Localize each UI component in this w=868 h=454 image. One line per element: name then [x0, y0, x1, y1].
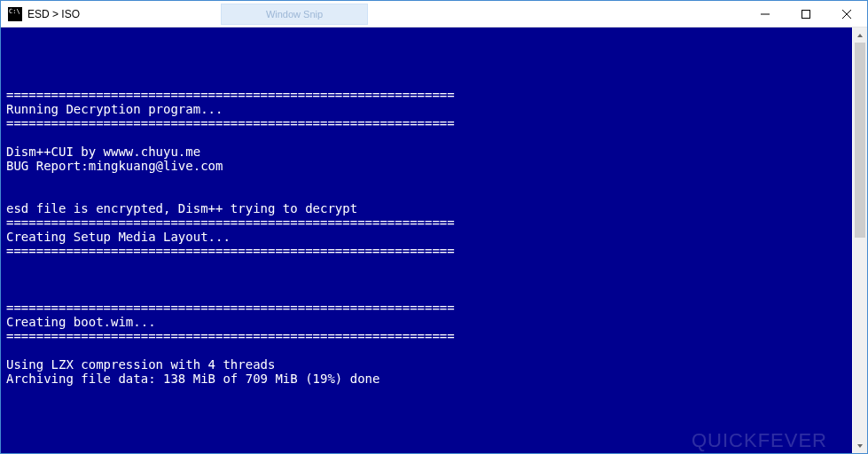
console-line	[6, 343, 847, 357]
console-line: Dism++CUI by wwww.chuyu.me	[6, 145, 847, 159]
vertical-scrollbar[interactable]	[852, 27, 867, 453]
console-line: esd file is encrypted, Dism++ trying to …	[6, 201, 847, 215]
console-line: BUG Report:mingkuang@live.com	[6, 159, 847, 173]
watermark-bold: FEVER	[758, 429, 827, 451]
console-line: ========================================…	[6, 329, 847, 343]
window-controls	[745, 1, 867, 27]
console-line: Using LZX compression with 4 threads	[6, 357, 847, 372]
minimize-button[interactable]	[745, 1, 786, 27]
console-output: ========================================…	[1, 27, 852, 453]
console-line	[6, 130, 847, 145]
console-line	[6, 286, 847, 301]
app-window: ESD > ISO Window Snip ==================…	[0, 0, 868, 454]
console-line	[6, 173, 847, 187]
watermark-light: QUICK	[692, 429, 758, 451]
console-line	[6, 272, 847, 286]
scroll-thumb[interactable]	[855, 43, 865, 238]
console-line: ========================================…	[6, 116, 847, 130]
svg-rect-1	[802, 10, 810, 18]
console-line: Creating boot.wim...	[6, 315, 847, 329]
client-area: ========================================…	[1, 27, 867, 453]
console-line	[6, 258, 847, 272]
console-line	[6, 74, 847, 88]
maximize-button[interactable]	[786, 1, 826, 27]
console-line: Running Decryption program...	[6, 102, 847, 116]
close-button[interactable]	[826, 1, 867, 27]
svg-marker-4	[857, 34, 863, 37]
watermark: QUICKFEVER	[692, 434, 827, 448]
scroll-down-button[interactable]	[853, 438, 867, 453]
scroll-track[interactable]	[853, 43, 867, 438]
console-line: ========================================…	[6, 244, 847, 258]
window-title: ESD > ISO	[27, 8, 80, 20]
snip-overlay-label: Window Snip	[266, 9, 323, 20]
console-line	[6, 59, 847, 74]
cmd-icon	[8, 7, 22, 21]
svg-marker-5	[857, 444, 863, 448]
scroll-up-button[interactable]	[853, 27, 867, 43]
console-line: Archiving file data: 138 MiB of 709 MiB …	[6, 372, 847, 386]
console-line: Creating Setup Media Layout...	[6, 230, 847, 244]
console-line: ========================================…	[6, 88, 847, 102]
snip-overlay: Window Snip	[221, 4, 368, 25]
titlebar[interactable]: ESD > ISO Window Snip	[1, 1, 867, 27]
console-line: ========================================…	[6, 301, 847, 315]
console-line	[6, 187, 847, 201]
console-line: ========================================…	[6, 215, 847, 230]
